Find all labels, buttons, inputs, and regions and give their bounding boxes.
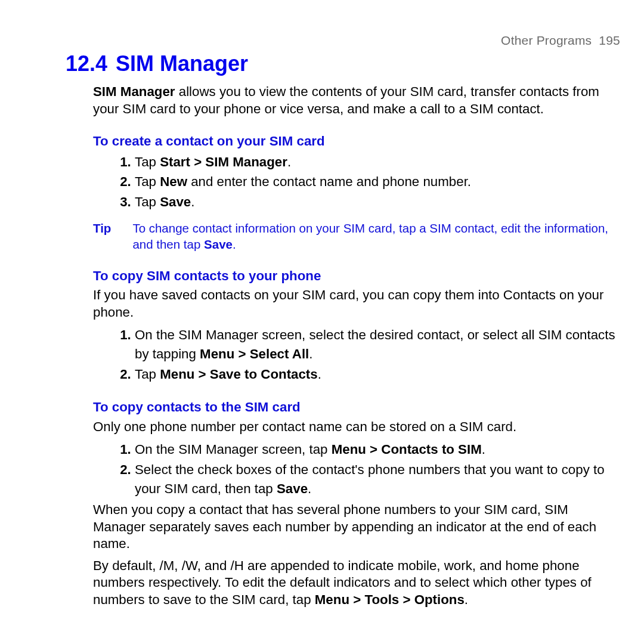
bold-text: New bbox=[160, 174, 187, 189]
bold-text: Menu > Tools > Options bbox=[315, 592, 465, 607]
steps-copy-to-sim: On the SIM Manager screen, tap Menu > Co… bbox=[93, 440, 618, 498]
body: SIM Manager allows you to view the conte… bbox=[93, 83, 618, 608]
bold-text: Menu > Select All bbox=[200, 346, 309, 361]
section3-intro: Only one phone number per contact name c… bbox=[93, 419, 618, 436]
text: . bbox=[191, 194, 194, 209]
chapter-name: Other Programs bbox=[501, 33, 592, 47]
steps-copy-to-phone: On the SIM Manager screen, select the de… bbox=[93, 326, 618, 383]
step: Tap Start > SIM Manager. bbox=[135, 153, 618, 172]
tip-block: Tip To change contact information on you… bbox=[93, 220, 618, 252]
intro-lead: SIM Manager bbox=[93, 84, 175, 99]
step: Tap Save. bbox=[135, 193, 618, 212]
section-number: 12.4 bbox=[66, 51, 107, 76]
text: and enter the contact name and phone num… bbox=[187, 174, 471, 189]
bold-text: Save bbox=[204, 237, 233, 251]
section3-para2: By default, /M, /W, and /H are appended … bbox=[93, 558, 618, 609]
step: On the SIM Manager screen, select the de… bbox=[135, 326, 618, 363]
text: On the SIM Manager screen, tap bbox=[135, 442, 332, 457]
section-name: SIM Manager bbox=[116, 51, 248, 76]
section-title: 12.4SIM Manager bbox=[66, 51, 620, 76]
page: Other Programs 195 12.4SIM Manager SIM M… bbox=[0, 0, 644, 644]
bold-text: Save bbox=[160, 194, 191, 209]
tip-text: To change contact information on your SI… bbox=[132, 220, 618, 252]
subheading-copy-to-sim: To copy contacts to the SIM card bbox=[93, 399, 618, 416]
text: . bbox=[287, 154, 291, 169]
text: Tap bbox=[135, 194, 160, 209]
section2-intro: If you have saved contacts on your SIM c… bbox=[93, 287, 618, 321]
step: On the SIM Manager screen, tap Menu > Co… bbox=[135, 440, 618, 459]
bold-text: Menu > Save to Contacts bbox=[160, 367, 318, 382]
text: . bbox=[318, 367, 321, 382]
bold-text: Save bbox=[277, 481, 308, 496]
text: Tap bbox=[135, 154, 160, 169]
page-number: 195 bbox=[599, 33, 620, 47]
text: . bbox=[233, 237, 236, 251]
step: Tap New and enter the contact name and p… bbox=[135, 172, 618, 191]
text: Tap bbox=[135, 174, 160, 189]
steps-create: Tap Start > SIM Manager. Tap New and ent… bbox=[93, 153, 618, 212]
tip-label: Tip bbox=[93, 220, 111, 252]
text: . bbox=[309, 346, 312, 361]
subheading-create: To create a contact on your SIM card bbox=[93, 133, 618, 150]
running-header: Other Programs 195 bbox=[501, 33, 620, 48]
text: Tap bbox=[135, 367, 160, 382]
bold-text: Start > SIM Manager bbox=[160, 154, 287, 169]
text: . bbox=[465, 592, 468, 607]
text: . bbox=[482, 442, 485, 457]
text: Select the check boxes of the contact's … bbox=[135, 462, 605, 496]
step: Tap Menu > Save to Contacts. bbox=[135, 365, 618, 384]
bold-text: Menu > Contacts to SIM bbox=[332, 442, 482, 457]
step: Select the check boxes of the contact's … bbox=[135, 460, 618, 498]
intro-paragraph: SIM Manager allows you to view the conte… bbox=[93, 83, 618, 117]
subheading-copy-to-phone: To copy SIM contacts to your phone bbox=[93, 268, 618, 285]
section3-para1: When you copy a contact that has several… bbox=[93, 501, 618, 553]
text: . bbox=[308, 481, 311, 496]
